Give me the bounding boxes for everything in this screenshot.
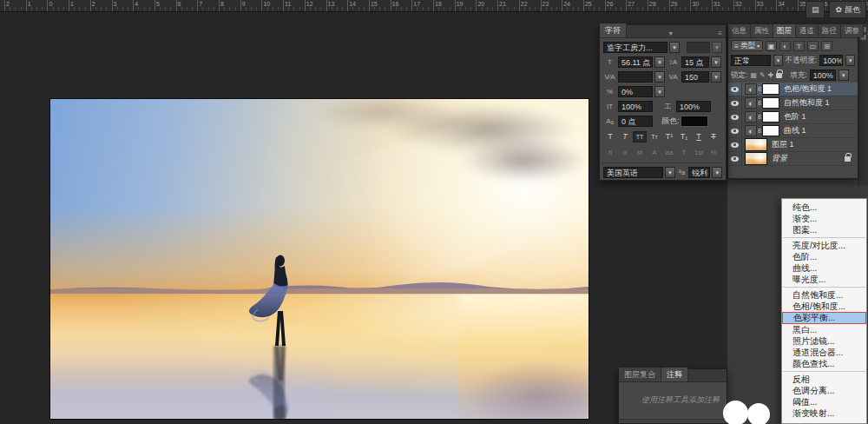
- swash-button[interactable]: A: [648, 147, 661, 158]
- underline-button[interactable]: T: [692, 131, 706, 142]
- text-color-swatch[interactable]: [681, 116, 707, 126]
- layer-row-curves[interactable]: ◐ 8 曲线 1: [728, 124, 858, 138]
- proportional-spacing-dropdown-arrow[interactable]: ▾: [654, 86, 665, 97]
- layer-row-hue-saturation[interactable]: ◐ 8 色相/饱和度 1: [728, 83, 858, 96]
- blend-mode-select[interactable]: 正常: [731, 55, 771, 66]
- titling-alternates-button[interactable]: T: [677, 147, 691, 158]
- font-family-dropdown-arrow[interactable]: ▾: [669, 42, 680, 53]
- menu-item-curves[interactable]: 曲线...: [782, 262, 866, 274]
- faux-bold-button[interactable]: T: [603, 131, 617, 142]
- visibility-toggle[interactable]: [728, 124, 742, 137]
- font-size-dropdown-arrow[interactable]: ▾: [654, 56, 665, 68]
- font-family-field[interactable]: 造字工房力...: [603, 42, 667, 53]
- ligatures-button[interactable]: fi: [603, 147, 617, 158]
- subscript-button[interactable]: T₁: [677, 131, 691, 142]
- font-size-field[interactable]: 56.11 点: [618, 56, 653, 68]
- filter-type-layers-icon[interactable]: T: [793, 41, 805, 51]
- kerning-dropdown-arrow[interactable]: ▾: [654, 71, 665, 83]
- superscript-button[interactable]: T¹: [662, 131, 676, 142]
- tab-notes[interactable]: 注释: [661, 368, 688, 381]
- adjustment-layer-icon[interactable]: ◐: [745, 97, 757, 109]
- visibility-toggle[interactable]: [728, 138, 742, 151]
- font-style-dropdown-arrow[interactable]: ▾: [712, 42, 722, 53]
- visibility-toggle[interactable]: [728, 152, 742, 165]
- layer-name[interactable]: 图层 1: [772, 139, 794, 150]
- menu-item-exposure[interactable]: 曝光度...: [782, 274, 866, 285]
- menu-item-invert[interactable]: 反相: [782, 374, 866, 385]
- leading-field[interactable]: 15 点: [681, 56, 709, 68]
- anti-alias-dropdown-arrow[interactable]: ▾: [712, 167, 722, 178]
- faux-italic-button[interactable]: T: [618, 131, 632, 142]
- filter-type-dropdown[interactable]: ≡ 类型 ▾: [731, 40, 763, 51]
- layer-name[interactable]: 曲线 1: [784, 125, 806, 136]
- contextual-alternates-button[interactable]: σ: [618, 147, 632, 158]
- collapsed-panel-strip[interactable]: [858, 24, 868, 186]
- lock-pixels-icon[interactable]: ✎: [760, 71, 766, 79]
- tab-paths[interactable]: 路径: [819, 24, 841, 37]
- adjustment-layer-icon[interactable]: ◐: [745, 83, 757, 95]
- ordinals-button[interactable]: 1st: [692, 147, 706, 158]
- visibility-toggle[interactable]: [728, 83, 742, 96]
- workspace-color-button[interactable]: ✿ 颜色: [829, 1, 866, 18]
- all-caps-button[interactable]: TT: [633, 131, 647, 142]
- menu-item-gradient-map[interactable]: 渐变映射...: [782, 407, 866, 419]
- small-caps-button[interactable]: Tᴛ: [648, 131, 661, 142]
- layer-row-levels[interactable]: ◐ 8 色阶 1: [728, 110, 858, 124]
- panel-menu-icon[interactable]: ≡: [864, 30, 868, 37]
- tab-adjustments[interactable]: 调整: [841, 24, 864, 37]
- fractions-button[interactable]: ½: [707, 147, 720, 158]
- menu-item-color-balance[interactable]: 色彩平衡...: [782, 312, 866, 324]
- discretionary-ligatures-button[interactable]: st: [633, 147, 647, 158]
- filter-adjustment-layers-icon[interactable]: ◐: [779, 41, 791, 51]
- menu-item-pattern[interactable]: 图案...: [782, 224, 866, 235]
- language-dropdown-arrow[interactable]: ▾: [665, 167, 675, 178]
- menu-item-channel-mixer[interactable]: 通道混合器...: [782, 347, 866, 358]
- menu-item-vibrance[interactable]: 自然饱和度...: [782, 289, 866, 301]
- baseline-shift-field[interactable]: 0 点: [618, 116, 653, 127]
- layer-row-background[interactable]: 背景: [728, 152, 858, 166]
- layer-mask-thumbnail[interactable]: [762, 111, 779, 123]
- opacity-dropdown-arrow[interactable]: ▾: [845, 55, 855, 66]
- tab-info[interactable]: 信息: [728, 24, 751, 37]
- menu-item-posterize[interactable]: 色调分离...: [782, 385, 866, 396]
- fill-dropdown-arrow[interactable]: ▾: [838, 70, 849, 81]
- anti-alias-field[interactable]: 锐利: [688, 167, 710, 178]
- font-style-field[interactable]: [687, 42, 710, 53]
- layer-mask-thumbnail[interactable]: [762, 83, 779, 95]
- stylistic-alternates-button[interactable]: aa: [662, 147, 676, 158]
- blend-mode-dropdown-arrow[interactable]: ▾: [773, 55, 783, 66]
- layer-thumbnail[interactable]: [745, 152, 767, 165]
- lock-all-icon[interactable]: [776, 73, 782, 78]
- filter-pixel-layers-icon[interactable]: ▣: [766, 41, 777, 51]
- adjustment-layer-icon[interactable]: ◐: [745, 125, 757, 136]
- panel-menu-icon[interactable]: ≡: [714, 30, 726, 37]
- layer-row-layer1[interactable]: 图层 1: [728, 138, 858, 152]
- filter-smart-objects-icon[interactable]: ⊞: [821, 41, 832, 51]
- adjustment-layer-icon[interactable]: ◐: [745, 111, 757, 123]
- menu-item-brightness-contrast[interactable]: 亮度/对比度...: [782, 240, 866, 251]
- menu-item-photo-filter[interactable]: 照片滤镜...: [782, 335, 866, 347]
- tab-layers[interactable]: 图层: [773, 24, 796, 37]
- menu-item-gradient[interactable]: 渐变...: [782, 213, 866, 224]
- menu-item-solid-color[interactable]: 纯色...: [782, 202, 866, 213]
- horizontal-ruler[interactable]: 2101234567891011121314151617181920212223…: [0, 0, 868, 12]
- layer-mask-thumbnail[interactable]: [762, 97, 779, 109]
- visibility-toggle[interactable]: [728, 110, 742, 123]
- leading-dropdown-arrow[interactable]: ▾: [711, 56, 721, 68]
- tracking-field[interactable]: 150: [681, 71, 709, 83]
- layer-name[interactable]: 色相/饱和度 1: [784, 83, 832, 95]
- tab-properties[interactable]: 属性: [751, 24, 773, 37]
- menu-item-hue-saturation[interactable]: 色相/饱和度...: [782, 301, 866, 312]
- layer-name[interactable]: 背景: [772, 153, 787, 164]
- menu-item-black-white[interactable]: 黑白...: [782, 324, 866, 335]
- document-canvas[interactable]: [50, 99, 589, 419]
- opacity-field[interactable]: 100%: [819, 55, 843, 66]
- layer-name[interactable]: 自然饱和度 1: [784, 97, 830, 109]
- layer-row-vibrance[interactable]: ◐ 8 自然饱和度 1: [728, 96, 858, 110]
- vertical-scale-field[interactable]: 100%: [618, 101, 653, 112]
- panel-collapse-icon[interactable]: ▾: [666, 30, 676, 37]
- visibility-toggle[interactable]: [728, 96, 742, 109]
- proportional-spacing-field[interactable]: 0%: [618, 86, 653, 97]
- strikethrough-button[interactable]: T: [707, 131, 720, 142]
- kerning-field[interactable]: [618, 71, 653, 83]
